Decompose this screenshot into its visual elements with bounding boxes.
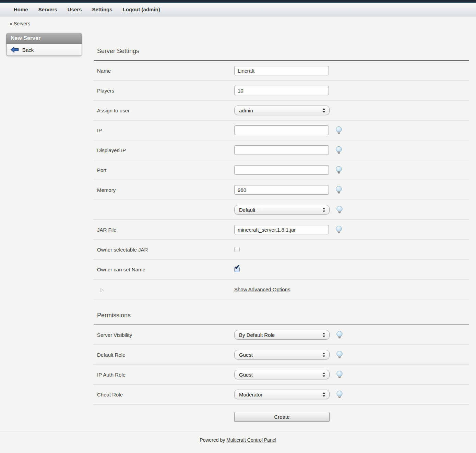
back-button[interactable]: Back bbox=[11, 47, 78, 53]
owner-can-set-name-label: Owner can set Name bbox=[94, 267, 234, 272]
server-settings-heading: Server Settings bbox=[94, 44, 469, 60]
lightbulb-icon[interactable] bbox=[336, 351, 343, 359]
default-role-label: Default Role bbox=[94, 352, 234, 358]
checkmark-icon: ✔ bbox=[235, 264, 240, 270]
nav-item-servers[interactable]: Servers bbox=[38, 7, 57, 12]
name-label: Name bbox=[94, 68, 234, 74]
triangle-right-icon[interactable]: ▷ bbox=[100, 287, 104, 292]
create-button[interactable]: Create bbox=[234, 412, 330, 422]
server-visibility-selected-value: By Default Role bbox=[239, 332, 275, 338]
panel-title: New Server bbox=[11, 35, 40, 41]
lightbulb-icon[interactable] bbox=[336, 206, 343, 214]
up-down-arrows-icon bbox=[322, 392, 325, 397]
form-row-server-visibility: Server Visibility By Default Role bbox=[94, 325, 469, 345]
section-gap bbox=[94, 299, 469, 308]
memory-input[interactable] bbox=[234, 185, 329, 195]
nav-item-users[interactable]: Users bbox=[68, 7, 82, 12]
form-row-default-role: Default Role Guest bbox=[94, 345, 469, 365]
page: Home Servers Users Settings Logout (admi… bbox=[0, 0, 476, 453]
lightbulb-icon[interactable] bbox=[336, 331, 343, 339]
ip-label: IP bbox=[94, 127, 234, 133]
lightbulb-icon[interactable] bbox=[335, 186, 343, 194]
cheat-role-select[interactable]: Moderator bbox=[234, 390, 330, 399]
form-row-ip-auth-role: IP Auth Role Guest bbox=[94, 365, 469, 385]
lightbulb-icon[interactable] bbox=[336, 390, 343, 399]
form-row-port: Port bbox=[94, 160, 469, 180]
cheat-role-label: Cheat Role bbox=[94, 392, 234, 397]
form-row-assign-to-user: Assign to user admin bbox=[94, 101, 469, 121]
assign-to-user-selected-value: admin bbox=[239, 108, 253, 113]
ip-auth-role-select[interactable]: Guest bbox=[234, 370, 330, 379]
server-visibility-select[interactable]: By Default Role bbox=[234, 330, 330, 340]
nav-item-logout[interactable]: Logout (admin) bbox=[123, 7, 160, 12]
breadcrumb-link-servers[interactable]: Servers bbox=[14, 21, 30, 26]
breadcrumb-separator: » bbox=[10, 21, 12, 26]
jar-file-label: JAR File bbox=[94, 227, 234, 233]
ip-input[interactable] bbox=[234, 125, 329, 135]
nav-item-settings[interactable]: Settings bbox=[92, 7, 112, 12]
nav-item-home[interactable]: Home bbox=[14, 7, 28, 12]
up-down-arrows-icon bbox=[322, 108, 325, 113]
players-label: Players bbox=[94, 88, 234, 94]
ip-auth-role-label: IP Auth Role bbox=[94, 372, 234, 378]
lightbulb-icon[interactable] bbox=[335, 126, 343, 134]
form-row-create: Create bbox=[94, 405, 469, 429]
form-row-cheat-role: Cheat Role Moderator bbox=[94, 385, 469, 405]
server-form: Server Settings Name Players Assign to u… bbox=[94, 44, 469, 429]
up-down-arrows-icon bbox=[322, 207, 325, 212]
lightbulb-icon[interactable] bbox=[335, 225, 343, 234]
form-row-name: Name bbox=[94, 61, 469, 81]
breadcrumb: »Servers bbox=[0, 16, 476, 26]
jar-file-input[interactable] bbox=[234, 225, 329, 234]
default-role-select[interactable]: Guest bbox=[234, 350, 330, 359]
port-label: Port bbox=[94, 167, 234, 173]
server-visibility-label: Server Visibility bbox=[94, 332, 234, 338]
displayed-ip-label: Displayed IP bbox=[94, 147, 234, 153]
ip-auth-role-selected-value: Guest bbox=[239, 372, 253, 378]
content-area: »Servers New Server Back Server Settings bbox=[0, 16, 476, 429]
form-row-displayed-ip: Displayed IP bbox=[94, 140, 469, 160]
port-input[interactable] bbox=[234, 165, 329, 175]
permissions-heading: Permissions bbox=[94, 308, 469, 325]
up-down-arrows-icon bbox=[322, 372, 325, 377]
form-row-players: Players bbox=[94, 81, 469, 101]
form-row-owner-selectable-jar: Owner selectable JAR bbox=[94, 240, 469, 260]
owner-selectable-jar-label: Owner selectable JAR bbox=[94, 247, 234, 253]
form-row-memory-profile: Default bbox=[94, 200, 469, 220]
panel-body: Back bbox=[7, 44, 82, 56]
name-input[interactable] bbox=[234, 66, 329, 75]
lightbulb-icon[interactable] bbox=[335, 146, 343, 154]
form-row-memory: Memory bbox=[94, 180, 469, 200]
owner-selectable-jar-checkbox[interactable] bbox=[234, 247, 240, 252]
panel-header: New Server bbox=[7, 33, 82, 44]
memory-profile-select[interactable]: Default bbox=[234, 205, 330, 215]
top-dark-strip bbox=[0, 0, 476, 3]
new-server-panel: New Server Back bbox=[6, 33, 82, 56]
displayed-ip-input[interactable] bbox=[234, 145, 329, 155]
show-advanced-options-link[interactable]: Show Advanced Options bbox=[234, 286, 290, 292]
up-down-arrows-icon bbox=[322, 352, 325, 357]
footer-link-multicraft[interactable]: Multicraft Control Panel bbox=[226, 437, 276, 443]
cheat-role-selected-value: Moderator bbox=[239, 392, 262, 397]
up-down-arrows-icon bbox=[322, 332, 325, 338]
lightbulb-icon[interactable] bbox=[335, 166, 343, 174]
form-row-advanced-options: ▷ Show Advanced Options bbox=[94, 280, 469, 299]
form-row-owner-can-set-name: Owner can set Name ✔ bbox=[94, 260, 469, 280]
footer: Powered by Multicraft Control Panel bbox=[0, 431, 476, 443]
main-navbar: Home Servers Users Settings Logout (admi… bbox=[0, 3, 476, 16]
assign-to-user-label: Assign to user bbox=[94, 108, 234, 113]
left-arrow-icon bbox=[11, 47, 19, 53]
default-role-selected-value: Guest bbox=[239, 352, 253, 358]
footer-text: Powered by bbox=[200, 437, 225, 443]
memory-profile-selected-value: Default bbox=[239, 207, 255, 213]
form-row-ip: IP bbox=[94, 121, 469, 140]
form-row-jar-file: JAR File bbox=[94, 220, 469, 240]
lightbulb-icon[interactable] bbox=[336, 370, 343, 379]
players-input[interactable] bbox=[234, 86, 329, 95]
back-button-label: Back bbox=[22, 47, 34, 53]
assign-to-user-select[interactable]: admin bbox=[234, 106, 330, 115]
owner-can-set-name-checkbox[interactable]: ✔ bbox=[234, 267, 240, 272]
memory-label: Memory bbox=[94, 187, 234, 193]
